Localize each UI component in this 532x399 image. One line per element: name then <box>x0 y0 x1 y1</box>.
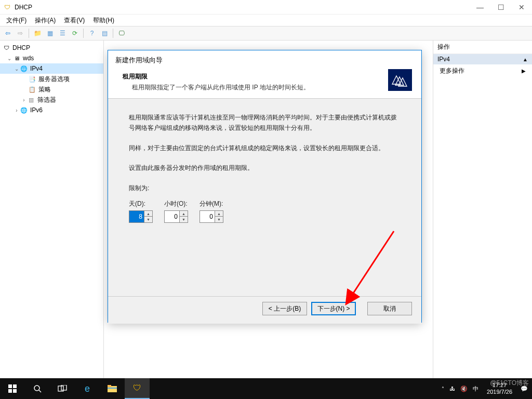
tree-ipv6[interactable]: › 🌐 IPv6 <box>0 105 103 115</box>
toolbar: ⇦ ⇨ 📁 ▦ ☰ ⟳ ? ▤ 🖵 <box>0 26 532 41</box>
actions-header: 操作 <box>433 41 532 54</box>
window-controls: — ☐ ✕ <box>470 0 532 15</box>
forward-button[interactable]: ⇨ <box>15 28 26 39</box>
tree-policies[interactable]: 📋 策略 <box>0 84 103 95</box>
expand-icon[interactable]: ⌄ <box>14 66 20 72</box>
minutes-input[interactable] <box>200 211 215 222</box>
chevron-right-icon: ▶ <box>522 68 526 74</box>
task-view-button[interactable] <box>50 378 75 399</box>
wizard-header: 租用期限 租用期限指定了一个客户端从此作用域使用 IP 地址的时间长短。 <box>108 67 421 99</box>
separator <box>113 29 113 38</box>
explorer-button[interactable] <box>100 378 125 399</box>
days-spinner[interactable]: ▲▼ <box>129 210 153 223</box>
sound-icon[interactable]: 🔇 <box>460 385 468 392</box>
menubar: 文件(F) 操作(A) 查看(V) 帮助(H) <box>0 15 532 26</box>
help-button[interactable]: ? <box>86 28 98 39</box>
spinner-down-icon[interactable]: ▼ <box>215 217 223 222</box>
minimize-button[interactable]: — <box>470 0 490 15</box>
tree-server-options[interactable]: 📑 服务器选项 <box>0 74 103 84</box>
menu-file[interactable]: 文件(F) <box>2 15 31 26</box>
expand-icon[interactable]: ⌄ <box>6 56 12 61</box>
expand-icon[interactable]: › <box>14 108 20 113</box>
spinner-down-icon[interactable]: ▼ <box>144 217 152 222</box>
hours-input[interactable] <box>165 211 179 222</box>
svg-rect-11 <box>108 388 117 389</box>
wizard-body: 租用期限通常应该等于计算机连接至同一物理网络消耗的平均时间。对于主要由便携式计算… <box>108 99 421 296</box>
menu-action[interactable]: 操作(A) <box>31 15 60 26</box>
maximize-button[interactable]: ☐ <box>490 0 511 15</box>
actions-scope-label: IPv4 <box>437 56 450 63</box>
list-view-button[interactable]: ▦ <box>44 28 56 39</box>
tree-root[interactable]: 🛡 DHCP <box>0 43 103 53</box>
clock-date: 2019/7/26 <box>487 389 512 395</box>
server-icon: 🖥 <box>12 54 21 62</box>
tree-ipv4-label: IPv4 <box>30 65 43 72</box>
taskbar: e 🛡 ˄ 🖧 🔇 中 17:27 2019/7/26 💬 <box>0 378 532 399</box>
actions-more[interactable]: 更多操作 ▶ <box>433 64 532 77</box>
svg-rect-3 <box>8 389 12 393</box>
tree-filters[interactable]: › ▥ 筛选器 <box>0 95 103 105</box>
tree-server-options-label: 服务器选项 <box>38 75 70 84</box>
next-button[interactable]: 下一步(N) > <box>311 302 356 315</box>
days-input[interactable] <box>129 211 144 222</box>
spinner-up-icon[interactable]: ▲ <box>180 211 188 217</box>
wizard-header-subtitle: 租用期限指定了一个客户端从此作用域使用 IP 地址的时间长短。 <box>123 83 388 92</box>
options-icon: 📑 <box>28 75 36 83</box>
watermark: @51CTO博客 <box>490 379 529 388</box>
hours-spinner[interactable]: ▲▼ <box>164 210 188 223</box>
refresh-button[interactable]: ⟳ <box>69 28 81 39</box>
wizard-footer: < 上一步(B) 下一步(N) > 取消 <box>108 296 421 324</box>
search-button[interactable] <box>25 378 50 399</box>
properties-button[interactable]: ▤ <box>99 28 110 39</box>
up-button[interactable]: 📁 <box>32 28 43 39</box>
separator <box>29 29 29 38</box>
wizard-paragraph-1: 租用期限通常应该等于计算机连接至同一物理网络消耗的平均时间。对于主要由便携式计算… <box>129 112 401 134</box>
tree-server[interactable]: ⌄ 🖥 wds <box>0 53 103 63</box>
minutes-spinner[interactable]: ▲▼ <box>200 210 223 223</box>
tree-policies-label: 策略 <box>38 85 51 94</box>
svg-rect-10 <box>108 385 111 387</box>
back-button[interactable]: ⇦ <box>2 28 14 39</box>
svg-line-6 <box>39 390 41 392</box>
spinner-up-icon[interactable]: ▲ <box>144 211 152 217</box>
back-button[interactable]: < 上一步(B) <box>262 302 307 315</box>
ipv4-icon: 🌐 <box>20 64 28 73</box>
chevron-up-icon: ▲ <box>523 57 528 62</box>
wizard-dialog: 新建作用域向导 租用期限 租用期限指定了一个客户端从此作用域使用 IP 地址的时… <box>108 50 422 323</box>
wizard-limit-label: 限制为: <box>129 183 401 193</box>
dhcp-task-button[interactable]: 🛡 <box>125 378 150 399</box>
wizard-paragraph-3: 设置由此服务器分发时的作用域的租用期限。 <box>129 163 401 173</box>
wizard-title: 新建作用域向导 <box>108 50 421 67</box>
dhcp-icon: 🛡 <box>2 44 10 52</box>
svg-rect-1 <box>8 384 12 388</box>
spinner-up-icon[interactable]: ▲ <box>215 211 223 217</box>
minutes-label: 分钟(M): <box>200 200 223 208</box>
spinner-down-icon[interactable]: ▼ <box>180 217 188 222</box>
actions-more-label: 更多操作 <box>440 66 464 75</box>
hours-label: 小时(O): <box>164 200 188 208</box>
start-button[interactable] <box>0 378 25 399</box>
expand-icon[interactable]: › <box>21 97 27 103</box>
wizard-paragraph-2: 同样，对于主要由位置固定的台式计算机组成的稳定网络来说，设置较长的租用期限更合适… <box>129 143 401 153</box>
app-icon: 🛡 <box>3 3 11 11</box>
tree-ipv4[interactable]: ⌄ 🌐 IPv4 <box>0 63 103 74</box>
filters-icon: ▥ <box>27 96 35 104</box>
menu-help[interactable]: 帮助(H) <box>89 15 118 26</box>
cancel-button[interactable]: 取消 <box>367 302 412 315</box>
network-icon[interactable]: 🖧 <box>449 385 455 392</box>
tray-up-icon[interactable]: ˄ <box>442 386 444 392</box>
ie-button[interactable]: e <box>75 378 100 399</box>
tree-server-label: wds <box>23 55 34 62</box>
detail-view-button[interactable]: ☰ <box>57 28 68 39</box>
tree-filters-label: 筛选器 <box>37 96 56 104</box>
actions-scope[interactable]: IPv4 ▲ <box>433 54 532 64</box>
menu-view[interactable]: 查看(V) <box>60 15 89 26</box>
close-button[interactable]: ✕ <box>511 0 532 15</box>
ime-indicator[interactable]: 中 <box>473 385 478 393</box>
wizard-icon <box>388 69 412 91</box>
days-column: 天(D): ▲▼ <box>129 200 153 223</box>
separator <box>83 29 84 38</box>
svg-rect-4 <box>13 389 17 393</box>
monitor-button[interactable]: 🖵 <box>116 28 127 39</box>
svg-rect-2 <box>13 384 17 388</box>
